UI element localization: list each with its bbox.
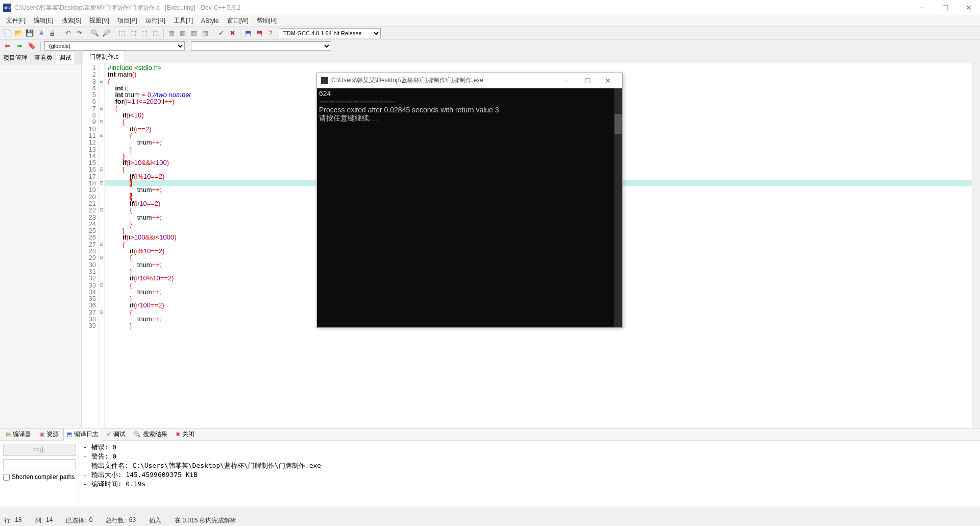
bottom-horizontal-scrollbar[interactable] — [0, 507, 980, 515]
tab-icon: ✔ — [107, 431, 111, 438]
abort-button[interactable]: 中止 — [3, 444, 76, 456]
console-close-button[interactable]: ✕ — [598, 77, 618, 85]
console-scrollbar[interactable] — [614, 88, 622, 327]
menu-item[interactable]: 帮助[H] — [253, 15, 281, 26]
left-tab[interactable]: 调试 — [56, 52, 75, 64]
toolbar-button[interactable]: 💾 — [24, 28, 35, 38]
nav-fwd-icon[interactable]: ➡ — [14, 41, 24, 51]
compile-filter-input[interactable] — [3, 459, 76, 470]
app-icon: DEV — [3, 4, 11, 12]
status-insert-mode: 插入 — [149, 516, 161, 525]
separator — [60, 29, 60, 38]
separator — [163, 29, 164, 38]
separator — [40, 41, 41, 51]
statusbar: 行: 18 列: 14 已选择: 0 总行数: 63 插入 在 0.015 秒内… — [0, 515, 980, 526]
toolbar-button[interactable]: ⬒ — [243, 28, 253, 38]
toolbar-button[interactable]: ▥ — [178, 28, 188, 38]
left-tab[interactable]: 查看类 — [31, 52, 56, 64]
toolbar-button[interactable]: ↶ — [63, 28, 73, 38]
toolbar-button[interactable]: 🔍 — [90, 28, 100, 38]
scope-select[interactable]: (globals) — [44, 41, 185, 51]
toolbar-button[interactable]: ✔ — [216, 28, 226, 38]
editor-tab-active[interactable]: 门牌制作.c — [83, 51, 125, 63]
toolbar-button[interactable]: 🖨 — [47, 28, 57, 38]
menubar: 文件[F]编辑[E]搜索[S]视图[V]项目[P]运行[R]工具[T]AStyl… — [0, 15, 980, 27]
status-col: 列: 14 — [35, 516, 53, 525]
bottom-tab[interactable]: 🔍搜索结果 — [130, 428, 171, 441]
compile-log[interactable]: - 错误: 0 - 警告: 0 - 输出文件名: C:\Users\韩某某\De… — [79, 441, 980, 507]
fold-gutter[interactable]: ⊟⊟⊟⊟⊟⊟⊟⊟⊟⊟⊟ — [99, 63, 105, 428]
console-window: C:\Users\韩某某\Desktop\蓝桥杯\门牌制作\门牌制作.exe ─… — [316, 73, 623, 328]
tab-icon: ▤ — [6, 431, 11, 438]
status-total-lines: 总行数: 63 — [106, 516, 136, 525]
menu-item[interactable]: AStyle — [197, 16, 223, 26]
console-maximize-button[interactable]: ☐ — [577, 77, 598, 85]
console-output[interactable]: 624 -------------------------------- Pro… — [317, 88, 622, 327]
tab-icon: 🔍 — [134, 431, 141, 438]
shorten-paths-check[interactable] — [3, 474, 10, 481]
vertical-scrollbar[interactable] — [972, 63, 980, 428]
tab-icon: ✖ — [176, 431, 180, 438]
console-text: 624 -------------------------------- Pro… — [319, 89, 620, 123]
toolbar-button[interactable]: ✖ — [227, 28, 237, 38]
separator — [87, 29, 87, 38]
status-line: 行: 18 — [4, 516, 22, 525]
tab-label: 编译日志 — [74, 430, 99, 439]
toolbar-button[interactable]: ↷ — [74, 28, 84, 38]
menu-item[interactable]: 工具[T] — [169, 15, 197, 26]
function-select[interactable] — [191, 41, 331, 51]
bottom-tab[interactable]: ▣资源 — [36, 428, 62, 441]
toolbar-button[interactable]: 📄 — [2, 28, 12, 38]
menu-item[interactable]: 项目[P] — [113, 15, 141, 26]
separator — [213, 29, 213, 38]
window-controls: ─ ☐ ✕ — [911, 0, 980, 15]
menu-item[interactable]: 窗口[W] — [223, 15, 253, 26]
toolbar-button[interactable]: 🗎 — [36, 28, 46, 38]
toolbar-button[interactable]: ⬒ — [254, 28, 264, 38]
nav-back-icon[interactable]: ⬅ — [2, 41, 12, 51]
bottom-tab[interactable]: ✖关闭 — [172, 428, 198, 441]
menu-item[interactable]: 运行[R] — [141, 15, 169, 26]
toolbar-button[interactable]: 📂 — [13, 28, 23, 38]
toolbar-button[interactable]: ⬚ — [151, 28, 161, 38]
menu-item[interactable]: 视图[V] — [85, 15, 113, 26]
compiler-select[interactable]: TDM-GCC 4.8.1 64-bit Release — [279, 28, 381, 38]
compile-control-pane: 中止 Shorten compiler paths — [0, 441, 79, 507]
shorten-paths-checkbox[interactable]: Shorten compiler paths — [3, 473, 76, 481]
toolbar-button[interactable]: ? — [265, 28, 276, 38]
console-icon — [321, 77, 328, 84]
separator — [114, 29, 114, 38]
menu-item[interactable]: 搜索[S] — [58, 15, 86, 26]
console-minimize-button[interactable]: ─ — [557, 77, 577, 85]
toolbar-button[interactable]: ⬚ — [139, 28, 150, 38]
toolbar-button[interactable]: ⬚ — [128, 28, 138, 38]
tab-label: 搜索结果 — [143, 430, 167, 439]
bottom-tab[interactable]: ▤编译器 — [2, 428, 35, 441]
menu-item[interactable]: 编辑[E] — [30, 15, 58, 26]
left-panel: 项目管理查看类调试 — [0, 52, 82, 428]
toolbar-button[interactable]: ▦ — [166, 28, 177, 38]
console-scroll-thumb[interactable] — [615, 114, 622, 134]
console-title-text: C:\Users\韩某某\Desktop\蓝桥杯\门牌制作\门牌制作.exe — [331, 76, 557, 85]
bottom-panel: ▤编译器▣资源⬒编译日志✔调试🔍搜索结果✖关闭 中止 Shorten compi… — [0, 428, 980, 515]
minimize-button[interactable]: ─ — [911, 0, 934, 15]
line-number-gutter: 1234567891011121314151617181920212223242… — [82, 63, 99, 428]
editor-tabs: 门牌制作.c — [82, 52, 980, 63]
bookmark-icon[interactable]: 🔖 — [27, 41, 37, 51]
toolbar-button[interactable]: ▦ — [189, 28, 199, 38]
left-tab[interactable]: 项目管理 — [0, 52, 31, 64]
shorten-paths-label: Shorten compiler paths — [12, 473, 75, 481]
tab-label: 调试 — [113, 430, 126, 439]
tab-label: 编译器 — [13, 430, 31, 439]
toolbar-button[interactable]: ▦ — [200, 28, 210, 38]
bottom-tab[interactable]: ⬒编译日志 — [63, 428, 102, 441]
menu-item[interactable]: 文件[F] — [2, 15, 30, 26]
maximize-button[interactable]: ☐ — [934, 0, 957, 15]
bottom-tab[interactable]: ✔调试 — [103, 428, 129, 441]
main-toolbar: 📄📂💾🗎🖨↶↷🔍🔎⬚⬚⬚⬚▦▥▦▦✔✖⬒⬒?TDM-GCC 4.8.1 64-b… — [0, 27, 980, 40]
close-button[interactable]: ✕ — [957, 0, 980, 15]
console-titlebar[interactable]: C:\Users\韩某某\Desktop\蓝桥杯\门牌制作\门牌制作.exe ─… — [317, 73, 622, 88]
bottom-body: 中止 Shorten compiler paths - 错误: 0 - 警告: … — [0, 441, 980, 507]
toolbar-button[interactable]: 🔎 — [101, 28, 111, 38]
toolbar-button[interactable]: ⬚ — [117, 28, 127, 38]
